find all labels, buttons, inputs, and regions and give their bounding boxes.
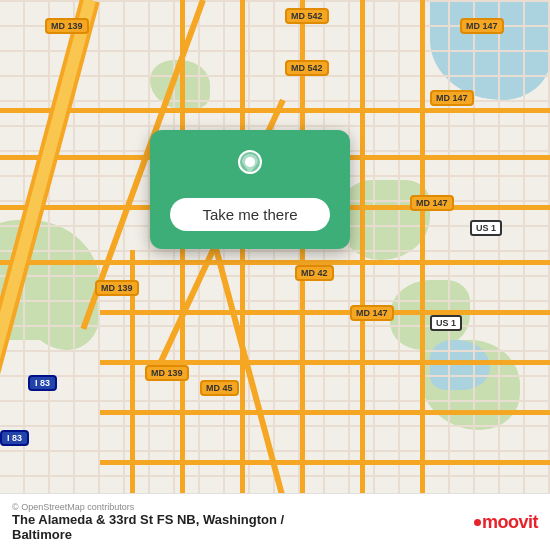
road xyxy=(420,0,425,550)
route-badge-md139-bot: MD 139 xyxy=(145,365,189,381)
bottom-info: © OpenStreetMap contributors The Alameda… xyxy=(12,502,284,542)
map-container: Take me there © OpenStreetMap contributo… xyxy=(0,0,550,550)
route-badge-md42: MD 42 xyxy=(295,265,334,281)
route-badge-md45: MD 45 xyxy=(200,380,239,396)
moovit-dot-icon xyxy=(474,519,481,526)
map-attribution: © OpenStreetMap contributors xyxy=(12,502,284,512)
route-badge-us1-bot: US 1 xyxy=(430,315,462,331)
route-badge-md147-bot: MD 147 xyxy=(350,305,394,321)
route-badge-md542-mid: MD 542 xyxy=(285,60,329,76)
location-subtitle: Baltimore xyxy=(12,527,284,542)
cta-popup: Take me there xyxy=(150,130,350,249)
road xyxy=(180,0,185,550)
road xyxy=(100,460,550,465)
route-badge-md139-top: MD 139 xyxy=(45,18,89,34)
location-title: The Alameda & 33rd St FS NB, Washington … xyxy=(12,512,284,527)
bottom-bar: © OpenStreetMap contributors The Alameda… xyxy=(0,493,550,550)
route-badge-md147-mid2: MD 147 xyxy=(410,195,454,211)
location-pin-icon xyxy=(230,146,270,186)
route-badge-i83-top: I 83 xyxy=(28,375,57,391)
route-badge-md147-mid1: MD 147 xyxy=(430,90,474,106)
road xyxy=(360,0,365,550)
moovit-logo: moovit xyxy=(474,512,538,533)
route-badge-md542-top: MD 542 xyxy=(285,8,329,24)
route-badge-md139-mid: MD 139 xyxy=(95,280,139,296)
route-badge-us1-top: US 1 xyxy=(470,220,502,236)
road xyxy=(100,410,550,415)
take-me-there-button[interactable]: Take me there xyxy=(170,198,330,231)
route-badge-md147-top: MD 147 xyxy=(460,18,504,34)
road xyxy=(0,260,550,265)
route-badge-i83-bot: I 83 xyxy=(0,430,29,446)
road xyxy=(240,0,245,550)
road xyxy=(100,310,550,315)
